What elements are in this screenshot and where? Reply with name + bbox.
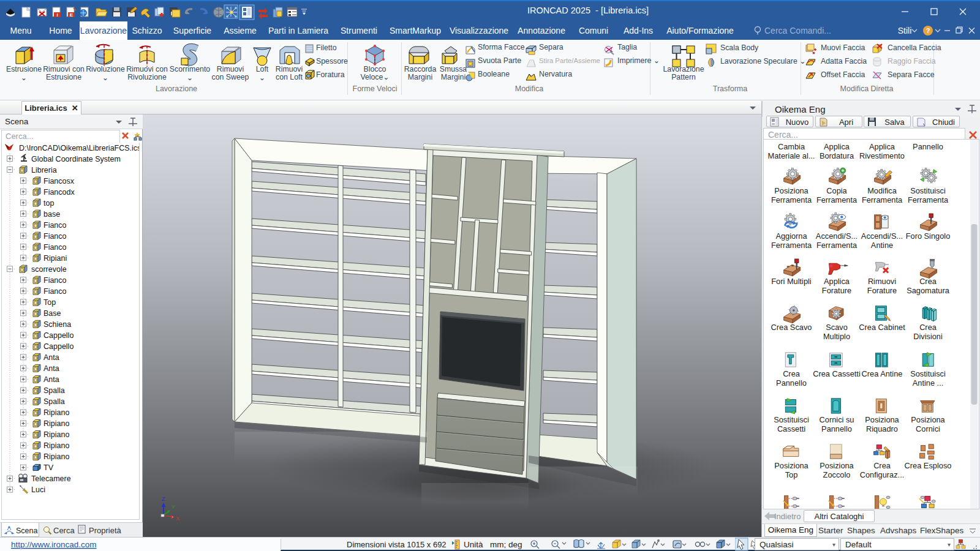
- svg-text:Ferramenta: Ferramenta: [908, 195, 949, 204]
- svg-text:Fianco: Fianco: [43, 243, 67, 252]
- svg-text:Posiziona: Posiziona: [865, 415, 899, 424]
- svg-text:Raccorda: Raccorda: [404, 65, 437, 73]
- svg-text:Top: Top: [785, 470, 798, 479]
- svg-text:Fianco: Fianco: [43, 287, 67, 296]
- svg-text:Sagomatura: Sagomatura: [907, 286, 950, 295]
- svg-text:top: top: [43, 199, 54, 208]
- svg-text:Margini: Margini: [441, 73, 466, 81]
- svg-text:⌄: ⌄: [21, 73, 27, 82]
- svg-text:Fori Multipli: Fori Multipli: [771, 277, 811, 286]
- svg-text:Estrusione: Estrusione: [6, 65, 42, 73]
- svg-text:Cambia: Cambia: [778, 142, 805, 151]
- svg-text:Crea: Crea: [919, 323, 937, 332]
- svg-text:Schiena: Schiena: [43, 320, 71, 329]
- svg-text:D:\IronCAD\Oikema\LibreriaFCS.: D:\IronCAD\Oikema\LibreriaFCS.ics: [19, 144, 140, 152]
- svg-text:Foratura: Foratura: [316, 70, 345, 79]
- svg-text:Muovi Faccia: Muovi Faccia: [821, 43, 865, 52]
- svg-text:Configuraz...: Configuraz...: [860, 470, 905, 479]
- svg-text:Forature: Forature: [822, 286, 851, 295]
- svg-text:Rimuovi: Rimuovi: [276, 65, 303, 73]
- svg-text:Zoccolo: Zoccolo: [823, 470, 851, 479]
- svg-text:Separa: Separa: [539, 43, 564, 51]
- svg-text:Fianco: Fianco: [43, 276, 67, 285]
- svg-text:Taglia: Taglia: [617, 43, 637, 51]
- svg-text:Pattern: Pattern: [671, 73, 696, 81]
- svg-text:Posiziona: Posiziona: [820, 461, 854, 470]
- svg-text:Ripiano: Ripiano: [43, 419, 69, 428]
- svg-text:Sostituisci: Sostituisci: [774, 415, 809, 424]
- svg-text:Adatta Faccia: Adatta Faccia: [821, 57, 867, 66]
- svg-text:Base: Base: [43, 309, 61, 318]
- svg-text:⌄: ⌄: [102, 73, 108, 82]
- svg-text:Veloce⌄: Veloce⌄: [360, 73, 389, 81]
- svg-text:Rimuovi: Rimuovi: [217, 65, 244, 73]
- svg-text:Scorrimento: Scorrimento: [170, 65, 210, 73]
- svg-text:I: I: [56, 12, 58, 18]
- svg-text:X: X: [176, 515, 179, 522]
- svg-text:Materiale al...: Materiale al...: [768, 151, 815, 160]
- svg-text:Lavorazione Speculare ⌄: Lavorazione Speculare ⌄: [720, 57, 806, 66]
- svg-text:Offset Faccia: Offset Faccia: [821, 70, 865, 79]
- svg-text:Ripiano: Ripiano: [43, 441, 69, 450]
- svg-text:Lavorazione: Lavorazione: [663, 65, 704, 73]
- svg-text:Crea: Crea: [919, 277, 937, 286]
- svg-text:Loft: Loft: [256, 65, 269, 73]
- svg-text:Ferramenta: Ferramenta: [771, 195, 812, 204]
- svg-text:Cornici su: Cornici su: [820, 415, 854, 424]
- svg-text:Cornici: Cornici: [916, 424, 940, 433]
- svg-text:Cappello: Cappello: [43, 331, 74, 340]
- svg-text:Modifica Diretta: Modifica Diretta: [840, 84, 894, 93]
- svg-text:Foro Singolo: Foro Singolo: [906, 231, 951, 241]
- svg-text:Crea Cabinet: Crea Cabinet: [859, 323, 905, 332]
- svg-text:Fiancodx: Fiancodx: [43, 188, 75, 197]
- svg-text:Posiziona: Posiziona: [911, 415, 945, 424]
- svg-text:Blocco: Blocco: [364, 65, 386, 73]
- svg-text:con Sweep: con Sweep: [212, 73, 249, 81]
- svg-text:?: ?: [926, 27, 930, 34]
- svg-text:Rimuovi: Rimuovi: [868, 277, 896, 286]
- svg-text:Dimensioni vista 1015 x 692: Dimensioni vista 1015 x 692: [347, 540, 447, 549]
- svg-text:Multiplo: Multiplo: [823, 332, 850, 341]
- svg-text:Imprimere ⌄: Imprimere ⌄: [617, 56, 660, 65]
- svg-text:Unità: Unità: [464, 540, 483, 549]
- svg-text:Fiancosx: Fiancosx: [43, 177, 75, 186]
- svg-text:Ferramenta: Ferramenta: [862, 195, 903, 204]
- svg-text:Sforma Facce: Sforma Facce: [478, 43, 525, 51]
- svg-text:Modifica: Modifica: [867, 186, 897, 195]
- svg-text:Filetto: Filetto: [316, 43, 337, 52]
- svg-text:Svuota Parte: Svuota Parte: [478, 56, 521, 65]
- svg-text:Pannello: Pannello: [776, 378, 807, 388]
- svg-text:Booleane: Booleane: [478, 70, 510, 78]
- svg-text:E: E: [70, 12, 74, 18]
- svg-text:Rivestimento: Rivestimento: [859, 151, 905, 160]
- svg-text:Cancella Faccia: Cancella Faccia: [888, 43, 941, 52]
- svg-text:Scena: Scena: [16, 527, 37, 535]
- svg-text:Forature: Forature: [867, 286, 897, 295]
- svg-text:Ripiani: Ripiani: [43, 254, 67, 263]
- svg-text:Top: Top: [43, 298, 56, 307]
- svg-text:Proprietà: Proprietà: [89, 526, 122, 535]
- svg-text:Posiziona: Posiziona: [774, 461, 809, 470]
- svg-text:Ferramenta: Ferramenta: [771, 241, 812, 250]
- svg-text:Cappello: Cappello: [43, 342, 74, 351]
- svg-text:⌄: ⌄: [187, 73, 193, 82]
- svg-text:Stira Parte/Assieme: Stira Parte/Assieme: [539, 57, 600, 64]
- svg-text:Ripiano: Ripiano: [43, 408, 69, 417]
- svg-text:Y: Y: [172, 504, 175, 510]
- svg-text:Z: Z: [162, 496, 165, 502]
- svg-text:Sostituisci: Sostituisci: [910, 369, 946, 378]
- svg-text:Accendi/S...: Accendi/S...: [861, 231, 903, 241]
- svg-text:Smussa: Smussa: [440, 65, 467, 73]
- svg-text:Ferramenta: Ferramenta: [816, 195, 858, 204]
- svg-text:http://www.ironcad.com: http://www.ironcad.com: [11, 540, 97, 549]
- svg-text:Crea Cassetti: Crea Cassetti: [813, 369, 861, 378]
- svg-text:Scala Body: Scala Body: [720, 43, 759, 52]
- svg-text:Crea: Crea: [783, 369, 801, 378]
- svg-text:Crea Antine: Crea Antine: [862, 369, 903, 378]
- svg-text:Bordatura: Bordatura: [820, 151, 854, 160]
- svg-text:Antine: Antine: [871, 241, 893, 250]
- svg-text:Applica: Applica: [824, 142, 850, 151]
- svg-text:Spalla: Spalla: [43, 397, 65, 406]
- svg-text:⌄: ⌄: [259, 73, 265, 82]
- svg-text:mm; deg: mm; deg: [490, 540, 522, 549]
